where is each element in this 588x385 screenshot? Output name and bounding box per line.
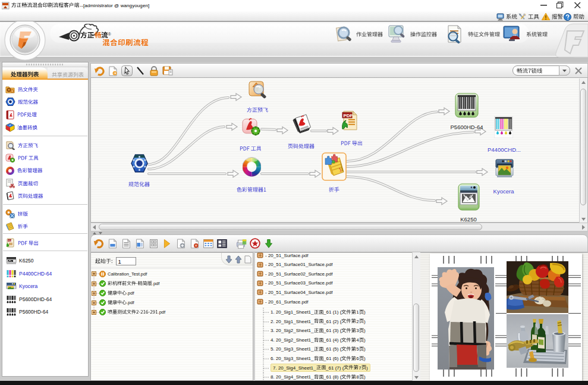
svg-text:PDF: PDF (8, 240, 13, 242)
svg-text:PDF: PDF (344, 113, 353, 118)
